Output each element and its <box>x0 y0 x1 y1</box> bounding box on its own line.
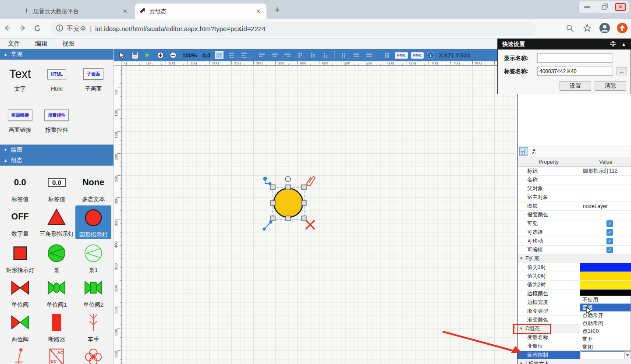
color-swatch[interactable] <box>580 263 631 272</box>
menu-file[interactable]: 文件 <box>8 40 20 48</box>
selected-element[interactable] <box>261 173 318 233</box>
property-row-标识[interactable]: 标识圆形指示灯112 <box>518 167 631 176</box>
palette-scada-item-16[interactable]: 刀闸 <box>2 346 38 364</box>
palette-scada-item-6[interactable]: 圆形指示灯 <box>75 205 111 239</box>
set-button[interactable]: 设置 <box>560 81 591 91</box>
new-tab-button[interactable]: + <box>274 5 280 15</box>
palette-scada-item-15[interactable]: 车手 <box>75 311 111 343</box>
dropdown-option-普通[interactable]: 普通 <box>580 304 631 311</box>
browse-tag-button[interactable]: ... <box>617 67 627 75</box>
section-drawing[interactable]: ▼ 绘图 <box>0 145 113 155</box>
dropdown-option-常开[interactable]: 常开 <box>580 335 631 343</box>
palette-scada-item-5[interactable]: 三角形指示灯 <box>39 205 74 239</box>
palette-scada-item-4[interactable]: OFF数字量 <box>2 205 38 239</box>
minimize-button[interactable] <box>581 2 593 12</box>
dropdown-option-点动常闭[interactable]: 点动常闭 <box>580 319 631 327</box>
site-info-icon[interactable] <box>56 25 63 33</box>
dropdown-option-点动常开[interactable]: 点动常开 <box>580 311 631 319</box>
back-icon[interactable] <box>0 24 15 34</box>
property-row-图层[interactable]: 图层nodeLayer <box>518 202 631 211</box>
palette-scada-item-14[interactable]: 断路器 <box>39 311 74 343</box>
quick-settings-header[interactable]: 快速设置 ▲ <box>498 39 631 49</box>
extension-icon[interactable] <box>613 22 631 35</box>
tab-close-icon[interactable]: × <box>255 7 262 15</box>
same-height-icon[interactable] <box>364 51 374 60</box>
palette-general-item-3[interactable]: 子画面子画面 <box>75 65 111 103</box>
checkbox-checked-icon[interactable]: ✓ <box>606 238 613 244</box>
display-name-input[interactable] <box>537 53 613 63</box>
property-row-值为2时[interactable]: 值为2时 <box>518 281 631 290</box>
property-value[interactable]: nodeLayer <box>580 202 631 210</box>
property-row-可编辑[interactable]: 可编辑✓ <box>518 246 631 254</box>
restore-button[interactable] <box>598 2 610 12</box>
property-value[interactable]: ✓ <box>580 219 631 228</box>
palette-scada-item-10[interactable]: 单位阀 <box>2 276 38 308</box>
palette-scada-item-1[interactable]: 0.0标签值 <box>2 171 38 203</box>
run-icon[interactable] <box>143 51 152 60</box>
forward-icon[interactable] <box>15 24 30 34</box>
clear-button[interactable]: 清除 <box>595 81 626 91</box>
property-row-父对象[interactable]: 父对象 <box>518 184 631 193</box>
property-value[interactable] <box>580 351 631 359</box>
collapse-panel-icon[interactable]: ▲ <box>621 42 626 47</box>
palette-scada-item-9[interactable]: 泵1 <box>75 242 111 274</box>
property-value[interactable] <box>580 211 631 219</box>
menu-view[interactable]: 视图 <box>62 40 74 48</box>
browser-tab-2[interactable]: 云组态 × <box>135 4 266 19</box>
browser-tab-1[interactable]: 思普云大数据平台 × <box>19 4 133 19</box>
property-value[interactable] <box>580 184 631 193</box>
select-cursor-icon[interactable] <box>117 51 127 60</box>
section-scada[interactable]: ▲ 组态 <box>0 155 113 166</box>
menu-edit[interactable]: 编辑 <box>35 40 47 48</box>
palette-scada-item-8[interactable]: 泵 <box>39 242 74 274</box>
property-value[interactable]: 圆形指示灯112 <box>580 167 631 175</box>
palette-scada-item-3[interactable]: None多态文本 <box>75 171 111 203</box>
palette-general-item-4[interactable]: 画面链接画面链接 <box>2 106 38 145</box>
align-left-icon[interactable] <box>257 51 267 60</box>
combo-dropdown-icon[interactable] <box>624 351 631 359</box>
html-view-button[interactable]: HTML <box>395 52 408 59</box>
bookmark-star-icon[interactable] <box>578 24 596 34</box>
color-swatch[interactable] <box>580 281 631 289</box>
color-swatch[interactable] <box>580 272 631 280</box>
checkbox-checked-icon[interactable]: ✓ <box>606 229 613 236</box>
reload-icon[interactable] <box>30 24 45 34</box>
copy-icon[interactable] <box>227 51 236 60</box>
design-canvas[interactable] <box>122 66 516 364</box>
distribute-h-icon[interactable] <box>339 51 348 60</box>
zoom-search-icon[interactable] <box>561 24 578 34</box>
close-button[interactable]: ✕ <box>615 2 626 12</box>
remote-control-combo[interactable] <box>580 351 631 359</box>
palette-scada-item-17[interactable]: ACDC逆变器 <box>39 346 74 364</box>
property-row-可移动[interactable]: 可移动✓ <box>518 237 631 246</box>
tag-name-input[interactable] <box>537 67 613 76</box>
property-value[interactable] <box>580 193 631 201</box>
same-width-icon[interactable] <box>351 51 361 60</box>
url-field[interactable]: 不安全 | iot.idosp.net/html/scada/editor.as… <box>50 22 536 36</box>
zoom-out-icon[interactable] <box>168 51 178 60</box>
same-size-icon[interactable] <box>382 51 392 60</box>
checkbox-checked-icon[interactable]: ✓ <box>606 247 613 253</box>
property-column-header[interactable]: Property <box>518 157 580 166</box>
palette-scada-item-18[interactable]: PT <box>75 346 111 364</box>
property-value[interactable] <box>580 176 631 184</box>
property-row-名称[interactable]: 名称 <box>518 176 631 184</box>
palette-scada-item-2[interactable]: 0.0标签值 <box>39 171 74 203</box>
palette-scada-item-12[interactable]: 单位阀2 <box>75 276 111 308</box>
palette-scada-item-7[interactable]: 矩形指示灯 <box>2 242 38 274</box>
property-row-远程控制[interactable]: 远程控制 <box>518 351 631 360</box>
profile-avatar[interactable] <box>596 22 613 35</box>
align-middle-icon[interactable] <box>308 51 318 60</box>
dropdown-option-常闭[interactable]: 常闭 <box>580 343 631 351</box>
align-bottom-icon[interactable] <box>321 51 330 60</box>
property-value[interactable]: ✓ <box>580 237 631 245</box>
property-row-值为1时[interactable]: 值为1时 <box>518 263 631 272</box>
property-row-宿主对象[interactable]: 宿主对象 <box>518 193 631 202</box>
paste-icon[interactable] <box>239 51 249 60</box>
property-row-可见[interactable]: 可见✓ <box>518 219 631 228</box>
property-value[interactable]: ✓ <box>580 228 631 237</box>
info-icon[interactable]: i <box>427 52 434 59</box>
dropdown-option-不使用[interactable]: 不使用 <box>580 296 631 304</box>
zoom-in-icon[interactable] <box>156 51 165 60</box>
align-center-icon[interactable] <box>270 51 280 60</box>
